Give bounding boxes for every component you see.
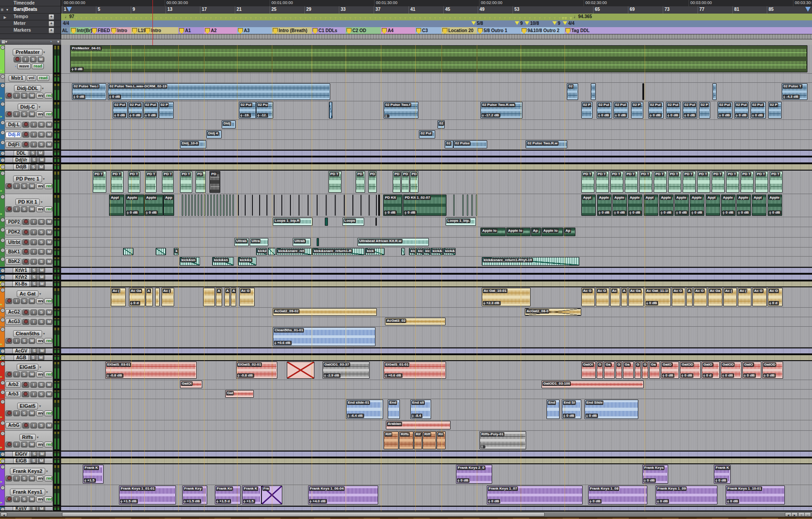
record-enable-button[interactable]: [5, 371, 12, 377]
ruler-bars[interactable]: 1591317212529333741454953656973778185Bar…: [0, 6, 812, 14]
audio-clip[interactable]: [401, 248, 405, 255]
clock-icon[interactable]: ◔: [50, 39, 52, 44]
playlist-arrow-icon[interactable]: ▸: [0, 415, 2, 419]
scroll-right-button[interactable]: ▸: [791, 512, 798, 517]
track-lane[interactable]: Frank Keys 1_01-01+1.5 dBFrank Key+1.5 d…: [61, 485, 812, 506]
mute-button[interactable]: M: [46, 229, 52, 235]
audio-clip[interactable]: PD T: [180, 171, 192, 193]
audio-clip[interactable]: [317, 238, 319, 246]
record-enable-button[interactable]: [5, 476, 12, 481]
audio-clip[interactable]: PD: [195, 171, 206, 193]
solo-button[interactable]: S: [30, 506, 37, 511]
solo-button[interactable]: S: [30, 355, 37, 361]
track-collapse-icon[interactable]: ˅: [0, 130, 5, 135]
track-name[interactable]: PD Perc 1: [13, 176, 42, 182]
track-name[interactable]: Riffs: [19, 434, 36, 441]
waveform-view-button[interactable]: wv: [36, 93, 43, 99]
track-collapse-icon[interactable]: ˅: [0, 356, 5, 360]
record-enable-button[interactable]: [22, 382, 29, 388]
audio-clip[interactable]: [266, 195, 267, 216]
audio-clip[interactable]: Frank Keys 1_080 dB: [588, 486, 647, 505]
mute-button[interactable]: M: [28, 111, 35, 117]
ruler-bars-content[interactable]: 1591317212529333741454953656973778185: [61, 6, 812, 14]
audio-clip[interactable]: PreMaster_04-010 dB: [70, 45, 807, 72]
audio-clip[interactable]: Ga: [649, 362, 660, 379]
track-name[interactable]: PreMaster: [13, 49, 42, 56]
audio-clip[interactable]: [214, 195, 215, 216]
track-menu-icon[interactable]: ▾: [43, 177, 45, 181]
track-collapse-icon[interactable]: ˅: [0, 238, 5, 243]
audio-clip[interactable]: Frank Keys 1_090 dB: [655, 486, 717, 505]
mute-button[interactable]: M: [28, 206, 35, 212]
track-menu-icon[interactable]: ▾: [42, 86, 44, 90]
audio-clip[interactable]: [326, 195, 327, 216]
input-monitor-button[interactable]: I: [30, 122, 37, 128]
audio-clip[interactable]: ElGatS_01-01+0.6 dB: [384, 362, 446, 379]
playlist-arrow-icon[interactable]: ▸: [0, 69, 2, 72]
waveform-view-button[interactable]: wv: [36, 371, 43, 377]
track-lane[interactable]: Clean5ths_01-01+0.6 dB: [61, 327, 812, 348]
audio-clip[interactable]: Loops 1_bip.R: [273, 218, 313, 226]
audio-clip[interactable]: PD T: [625, 171, 638, 193]
track-lane[interactable]: UltrabUltraUltrabUltrabeat African Kit.R…: [61, 238, 812, 248]
ruler-meter-content[interactable]: 4/45/8910/894/4: [61, 20, 812, 27]
track-name[interactable]: Frank Keys1: [10, 489, 45, 495]
track-lane[interactable]: 02 Pulse Two.l0 dB02 Pulse Two.L.wav-DCR…: [61, 83, 812, 101]
audio-clip[interactable]: A: [224, 288, 230, 306]
audio-clip[interactable]: Frank Keys 1_06-04+4.0 dB: [308, 486, 378, 505]
audio-clip[interactable]: kic: [409, 248, 416, 255]
automation-mode-button[interactable]: read: [37, 75, 49, 81]
track-collapse-icon[interactable]: ˅: [0, 282, 5, 286]
audio-clip[interactable]: 02: [445, 140, 453, 148]
input-monitor-button[interactable]: I: [30, 259, 37, 265]
track-name[interactable]: PD Kit 1: [15, 199, 40, 205]
audio-clip[interactable]: PD T: [755, 171, 768, 193]
clock-icon[interactable]: ◔: [14, 64, 16, 69]
mute-button[interactable]: M: [38, 274, 46, 280]
record-enable-button[interactable]: [5, 206, 12, 212]
track-collapse-icon[interactable]: ˅: [0, 452, 5, 457]
expand-icon[interactable]: ▶: [4, 14, 6, 21]
audio-clip[interactable]: [325, 218, 328, 226]
audio-clip[interactable]: Ac G: [693, 288, 707, 306]
mute-button[interactable]: M: [46, 122, 52, 128]
input-monitor-button[interactable]: I: [30, 229, 37, 235]
track-collapse-icon[interactable]: ˅: [0, 362, 5, 366]
record-enable-button[interactable]: [22, 122, 29, 128]
mute-button[interactable]: M: [46, 382, 52, 388]
audio-clip[interactable]: [204, 195, 205, 216]
track-collapse-icon[interactable]: ˅: [0, 400, 5, 404]
audio-clip[interactable]: Frank Keys0 dB: [642, 465, 668, 484]
audio-clip[interactable]: A: [146, 288, 153, 306]
audio-clip[interactable]: 02 Pul0 dB: [613, 102, 628, 119]
track-name[interactable]: ElGatS: [17, 364, 38, 371]
track-lane[interactable]: [61, 348, 812, 354]
audio-clip[interactable]: [281, 195, 282, 216]
ruler-mini-content[interactable]: [61, 34, 812, 39]
track-name[interactable]: Clean5ths: [13, 330, 43, 337]
meter-value[interactable]: 10/8: [530, 21, 539, 26]
input-monitor-button[interactable]: I: [13, 442, 20, 448]
automation-mode-button[interactable]: red: [44, 298, 52, 304]
audio-clip[interactable]: [378, 195, 380, 216]
track-menu-icon[interactable]: ▾: [43, 50, 45, 54]
add-meter-button[interactable]: +: [48, 21, 54, 27]
mute-button[interactable]: M: [46, 423, 52, 429]
mute-button[interactable]: M: [38, 267, 46, 273]
audio-clip[interactable]: 02 Pulse Two.L.wav-DCRM_02-190 dB: [108, 83, 330, 100]
audio-clip[interactable]: Didj: [222, 120, 236, 129]
audio-clip[interactable]: Apple0 dB: [674, 195, 689, 216]
audio-clip[interactable]: [210, 195, 212, 216]
track-name[interactable]: Frank Keys2: [10, 468, 45, 475]
track-menu-icon[interactable]: ▾: [39, 365, 41, 369]
volume-view-button[interactable]: vol: [27, 75, 36, 81]
audio-clip[interactable]: [198, 195, 199, 216]
audio-clip[interactable]: GatOl: [581, 362, 596, 379]
track-lane[interactable]: [61, 163, 812, 171]
record-enable-button[interactable]: [5, 298, 12, 304]
track-lane[interactable]: [61, 74, 812, 83]
audio-clip[interactable]: [471, 195, 473, 216]
track-name[interactable]: Arb3: [5, 391, 21, 397]
track-lane[interactable]: Didj 402 Pul: [61, 130, 812, 140]
playlist-arrow-icon[interactable]: ▸: [0, 480, 2, 484]
